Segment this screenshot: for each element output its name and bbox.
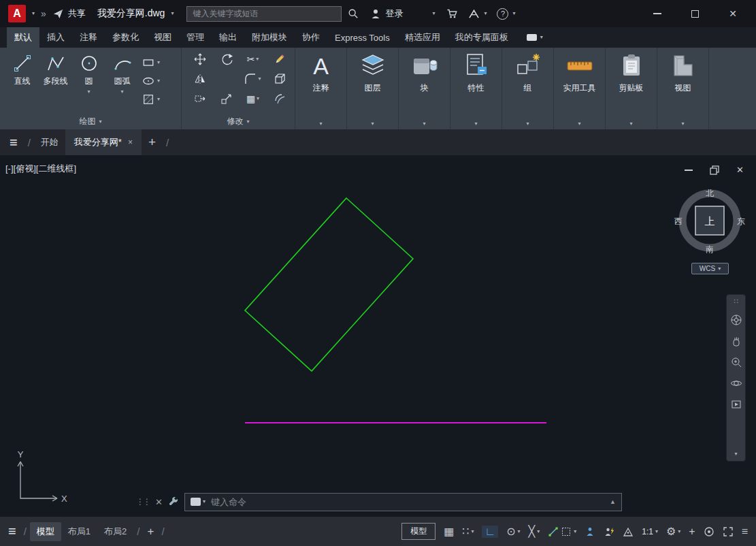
model-space-button[interactable]: 模型 (401, 523, 435, 540)
block-caret-icon[interactable]: ▾ (423, 121, 425, 127)
stretch-tool-icon[interactable] (194, 93, 206, 105)
autodesk-account-button[interactable]: ▾ (468, 9, 487, 19)
rotate-tool-icon[interactable] (220, 53, 233, 65)
grid-toggle[interactable]: ▦ (444, 526, 454, 537)
ribbon-tab-featured-apps[interactable]: 精选应用 (397, 27, 448, 48)
box-tool-icon[interactable] (274, 73, 286, 85)
layout-tab-layout2[interactable]: 布局2 (97, 522, 133, 541)
command-line[interactable]: ▾ ▲ (184, 493, 622, 511)
move-tool-icon[interactable] (194, 53, 206, 65)
close-button[interactable]: ✕ (729, 8, 737, 19)
annotation-scale-value[interactable]: 1:1▾ (642, 527, 658, 536)
clipboard-big-panel[interactable]: 剪贴板 ▾ (606, 48, 657, 129)
fillet-tool-button[interactable]: ▾ (244, 73, 261, 85)
sign-in-button[interactable]: 登录 (370, 7, 403, 20)
ribbon-tab-view[interactable]: 视图 (146, 27, 179, 48)
ribbon-tab-default[interactable]: 默认 (7, 27, 39, 48)
viewport-minimize-button[interactable] (685, 170, 693, 171)
ellipse-tool-button[interactable]: ▾ (142, 75, 160, 87)
search-input[interactable] (186, 6, 342, 22)
sign-in-caret-icon[interactable]: ▾ (432, 11, 435, 16)
ribbon-display-toggle[interactable]: ▾ (527, 27, 543, 48)
draw-panel-footer[interactable]: 绘图 ▾ (0, 116, 181, 127)
osnap-tracking-toggle[interactable]: ╳▾ (529, 526, 540, 537)
hatch-tool-button[interactable]: ▾ (142, 93, 160, 106)
viewport-controls-label[interactable]: [-][俯视][二维线框] (5, 163, 76, 175)
annotation-autoscale-toggle[interactable] (604, 526, 614, 537)
clean-screen-button[interactable] (723, 526, 734, 537)
viewcube-top-label[interactable]: 上 (705, 215, 715, 227)
layout-tab-layout1[interactable]: 布局1 (61, 522, 97, 541)
customize-wrench-icon[interactable] (168, 496, 179, 507)
share-button[interactable]: 共享 (52, 7, 86, 20)
viewport-restore-button[interactable] (710, 165, 719, 175)
viewcube[interactable]: 上 北 南 西 东 (670, 182, 749, 264)
new-drawing-tab-button[interactable]: + (148, 135, 156, 150)
clipboard-caret-icon[interactable]: ▾ (629, 121, 632, 127)
layout-tab-model[interactable]: 模型 (30, 522, 61, 541)
ribbon-tab-parametric[interactable]: 参数化 (105, 27, 146, 48)
layers-big-panel[interactable]: 图层 ▾ (347, 48, 399, 129)
navigation-wheel-icon[interactable] (730, 314, 742, 326)
viewcube-west-label[interactable]: 西 (674, 216, 683, 226)
array-tool-button[interactable]: ▦▾ (246, 94, 259, 103)
circle-tool-button[interactable]: 圆 ▾ (72, 52, 105, 113)
scale-tool-icon[interactable] (220, 93, 233, 105)
orbit-icon[interactable] (730, 377, 742, 389)
modify-panel-footer[interactable]: 修改 ▾ (182, 116, 295, 127)
help-button[interactable]: ? ▾ (497, 8, 515, 20)
navbar-caret-icon[interactable]: ▾ (734, 451, 737, 457)
annotate-big-panel[interactable]: A 注释 ▾ (295, 48, 347, 129)
utilities-caret-icon[interactable]: ▾ (578, 121, 580, 127)
group-big-panel[interactable]: 组 ▾ (502, 48, 554, 129)
command-dock-close-icon[interactable]: ✕ (155, 497, 163, 507)
annotate-caret-icon[interactable]: ▾ (319, 121, 322, 127)
search-icon[interactable] (348, 8, 359, 19)
layers-caret-icon[interactable]: ▾ (371, 121, 374, 127)
showmotion-icon[interactable] (730, 398, 742, 411)
utilities-big-panel[interactable]: 实用工具 ▾ (554, 48, 606, 129)
app-menu-caret-icon[interactable]: ▾ (32, 11, 35, 16)
command-dock-grip[interactable]: ⋮⋮ (136, 497, 150, 507)
drawing-area[interactable]: Y X [-][俯视][二维线框] ✕ 上 北 南 西 东 WCS ▾ ∷ (0, 155, 756, 516)
workspace-switching-button[interactable]: ⚙▾ (666, 526, 680, 537)
rotated-rectangle-entity[interactable] (245, 198, 413, 371)
ribbon-tab-my-panel[interactable]: 我的专属面板 (448, 27, 516, 48)
tab-close-icon[interactable]: × (128, 138, 133, 147)
ribbon-tab-manage[interactable]: 管理 (179, 27, 212, 48)
command-input[interactable] (211, 497, 604, 507)
line-tool-button[interactable]: 直线 (5, 52, 39, 113)
annotation-visibility-toggle[interactable] (585, 526, 595, 537)
viewcube-south-label[interactable]: 南 (706, 244, 714, 254)
arc-tool-button[interactable]: 圆弧 ▾ (105, 52, 139, 113)
erase-tool-icon[interactable] (274, 53, 286, 65)
isolate-objects-button[interactable] (704, 526, 714, 537)
viewcube-north-label[interactable]: 北 (706, 189, 714, 198)
active-drawing-tab[interactable]: 我爱分享网* × (65, 129, 142, 155)
ribbon-tab-annotate[interactable]: 注释 (72, 27, 105, 48)
properties-caret-icon[interactable]: ▾ (474, 121, 477, 127)
view-big-panel[interactable]: 视图 ▾ (657, 48, 709, 129)
layout-menu-button[interactable]: ≡ (8, 524, 16, 539)
annotation-monitor-button[interactable]: + (689, 526, 695, 537)
arc-tool-caret-icon[interactable]: ▾ (120, 89, 123, 95)
block-big-panel[interactable]: 块 ▾ (399, 48, 450, 129)
maximize-button[interactable] (691, 10, 699, 18)
viewcube-east-label[interactable]: 东 (737, 216, 745, 226)
ribbon-tab-output[interactable]: 输出 (212, 27, 244, 48)
recent-commands-button[interactable]: ▾ (191, 498, 206, 506)
cart-icon[interactable] (446, 8, 458, 19)
snap-toggle[interactable]: ∷▾ (462, 526, 474, 537)
polyline-tool-button[interactable]: 多段线 (39, 52, 72, 113)
command-history-up-icon[interactable]: ▲ (610, 498, 616, 505)
properties-big-panel[interactable]: 特性 ▾ (450, 48, 502, 129)
pan-hand-icon[interactable] (730, 335, 742, 347)
app-logo[interactable]: A (8, 5, 26, 22)
ortho-toggle[interactable]: ∟ (482, 526, 498, 538)
navbar-grip[interactable]: ∷ (734, 298, 738, 305)
ribbon-tab-collaborate[interactable]: 协作 (295, 27, 327, 48)
osnap-2d-toggle[interactable]: ▾ (548, 526, 576, 537)
view-caret-icon[interactable]: ▾ (681, 121, 684, 127)
file-tabs-menu-button[interactable]: ≡ (10, 135, 18, 150)
annotation-scale-icon[interactable] (623, 526, 634, 537)
